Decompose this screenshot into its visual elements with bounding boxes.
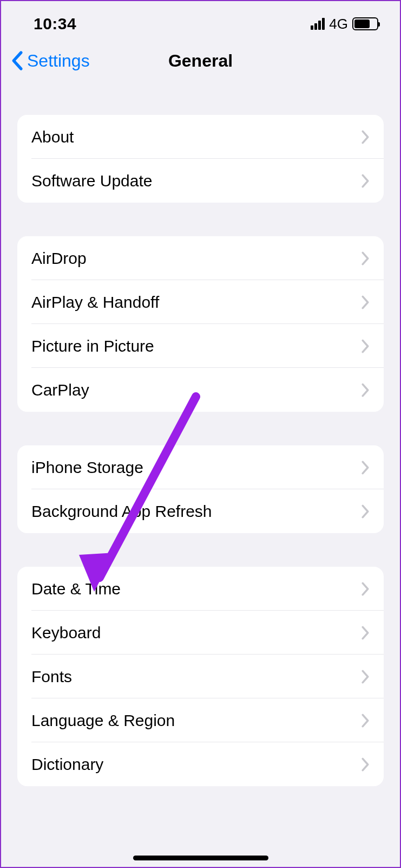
row-label: Fonts xyxy=(31,668,72,686)
navigation-bar: Settings General xyxy=(1,39,400,82)
chevron-right-icon xyxy=(361,670,370,684)
chevron-right-icon xyxy=(361,757,370,772)
chevron-right-icon xyxy=(361,461,370,475)
settings-group: Date & TimeKeyboardFontsLanguage & Regio… xyxy=(17,567,384,786)
chevron-right-icon xyxy=(361,251,370,265)
row-label: About xyxy=(31,128,74,146)
row-label: Keyboard xyxy=(31,624,101,642)
row-label: Software Update xyxy=(31,172,152,190)
status-indicators: 4G xyxy=(311,16,378,33)
page-title: General xyxy=(168,51,233,71)
chevron-right-icon xyxy=(361,383,370,397)
back-label: Settings xyxy=(27,51,90,71)
network-type-label: 4G xyxy=(329,16,348,33)
row-picture-in-picture[interactable]: Picture in Picture xyxy=(17,324,384,368)
status-time: 10:34 xyxy=(34,15,76,33)
row-airplay-handoff[interactable]: AirPlay & Handoff xyxy=(17,280,384,324)
row-language-region[interactable]: Language & Region xyxy=(17,698,384,742)
row-software-update[interactable]: Software Update xyxy=(17,159,384,203)
battery-icon xyxy=(352,17,378,30)
row-label: Date & Time xyxy=(31,580,121,598)
row-label: CarPlay xyxy=(31,381,89,399)
chevron-right-icon xyxy=(361,582,370,596)
row-label: Dictionary xyxy=(31,755,103,774)
row-label: Language & Region xyxy=(31,711,175,730)
home-indicator[interactable] xyxy=(133,856,268,860)
settings-group: AboutSoftware Update xyxy=(17,115,384,203)
settings-content: AboutSoftware UpdateAirDropAirPlay & Han… xyxy=(1,82,400,786)
row-background-app-refresh[interactable]: Background App Refresh xyxy=(17,489,384,533)
row-dictionary[interactable]: Dictionary xyxy=(17,742,384,786)
chevron-right-icon xyxy=(361,174,370,188)
row-label: Background App Refresh xyxy=(31,502,212,521)
row-label: AirDrop xyxy=(31,249,87,268)
settings-group: AirDropAirPlay & HandoffPicture in Pictu… xyxy=(17,236,384,412)
row-about[interactable]: About xyxy=(17,115,384,159)
chevron-right-icon xyxy=(361,626,370,640)
chevron-left-icon xyxy=(10,50,25,71)
chevron-right-icon xyxy=(361,130,370,144)
row-keyboard[interactable]: Keyboard xyxy=(17,611,384,655)
settings-group: iPhone StorageBackground App Refresh xyxy=(17,445,384,533)
status-bar: 10:34 4G xyxy=(1,1,400,39)
chevron-right-icon xyxy=(361,295,370,309)
row-label: AirPlay & Handoff xyxy=(31,293,159,312)
row-date-time[interactable]: Date & Time xyxy=(17,567,384,611)
row-iphone-storage[interactable]: iPhone Storage xyxy=(17,445,384,489)
row-label: iPhone Storage xyxy=(31,458,143,477)
row-fonts[interactable]: Fonts xyxy=(17,655,384,698)
row-carplay[interactable]: CarPlay xyxy=(17,368,384,412)
row-airdrop[interactable]: AirDrop xyxy=(17,236,384,280)
chevron-right-icon xyxy=(361,714,370,728)
row-label: Picture in Picture xyxy=(31,337,154,355)
chevron-right-icon xyxy=(361,339,370,353)
cellular-signal-icon xyxy=(311,18,325,30)
chevron-right-icon xyxy=(361,504,370,519)
back-button[interactable]: Settings xyxy=(10,50,90,71)
